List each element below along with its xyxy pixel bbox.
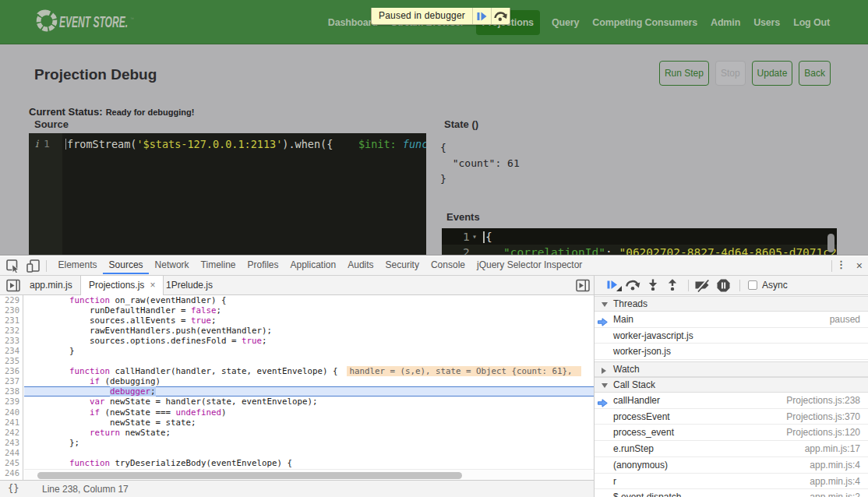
source-code-line: fromStream('$stats-127.0.0.1:2113').when…	[65, 138, 426, 150]
sidebar-row-process-event[interactable]: process_eventProjections.js:120	[595, 425, 868, 441]
step-over-icon	[494, 12, 507, 21]
file-tab-app.min.js[interactable]: app.min.js	[22, 276, 80, 295]
menu-separator	[831, 260, 832, 272]
code-line-229: function on_raw(eventHandler) {	[24, 295, 594, 305]
gutter-line-230[interactable]: 230	[0, 305, 23, 315]
row-label: r	[613, 476, 616, 487]
fold-arrow-icon[interactable]: ▾	[472, 232, 477, 241]
file-tab-bar: app.min.jsProjections.js×1Prelude.js	[0, 276, 594, 295]
navigator-panel-icon[interactable]	[6, 279, 20, 292]
collapse-triangle-icon	[602, 302, 608, 307]
horizontal-scrollbar-track[interactable]	[24, 469, 594, 481]
gutter-line-244[interactable]: 244	[0, 448, 23, 458]
gutter-line-229[interactable]: 229	[0, 295, 23, 305]
devtools-tab-console[interactable]: Console	[425, 256, 471, 274]
section-header-call-stack[interactable]: Call Stack	[595, 377, 868, 393]
async-checkbox[interactable]	[748, 280, 757, 290]
back-button[interactable]: Back	[799, 61, 831, 86]
async-label: Async	[762, 276, 788, 295]
gutter-line-245[interactable]: 245	[0, 458, 23, 468]
nav-item-admin[interactable]: Admin	[711, 15, 740, 30]
devtools-tab-application[interactable]: Application	[284, 256, 342, 274]
line-number-gutter[interactable]: 2292302312322332342352362372382392402412…	[0, 295, 23, 481]
state-section-label: State ()	[444, 118, 478, 130]
nav-item-query[interactable]: Query	[552, 15, 579, 30]
overflow-menu-icon[interactable]: ⋮	[836, 259, 846, 270]
step-over-button[interactable]	[626, 279, 640, 294]
step-into-button[interactable]	[648, 279, 658, 294]
sidebar-row-processevent[interactable]: processEventProjections.js:370	[595, 409, 868, 425]
update-button[interactable]: Update	[752, 61, 793, 86]
sidebar-row-callhandler[interactable]: callHandlerProjections.js:238	[595, 393, 868, 409]
sources-code-pane[interactable]: 2292302312322332342352362372382392402412…	[0, 295, 594, 497]
devtools-tab-timeline[interactable]: Timeline	[195, 256, 242, 274]
events-code-line-2: "correlationId": "06202702-8827-4d64-860…	[503, 246, 837, 255]
resume-script-button[interactable]	[607, 279, 619, 293]
debugger-sidebar: ThreadsMainpausedworker-javascript.jswor…	[594, 295, 868, 497]
debugger-panel-icon[interactable]	[576, 279, 590, 292]
gutter-line-243[interactable]: 243	[0, 438, 23, 448]
devtools-tab-elements[interactable]: Elements	[52, 256, 103, 274]
devtools-tab-network[interactable]: Network	[149, 256, 195, 274]
gutter-line-236[interactable]: 236	[0, 366, 23, 376]
sidebar-row--event-dispatch[interactable]: $.event.dispatchapp.min.js:2	[595, 489, 868, 497]
source-editor-gutter: i 1	[29, 133, 62, 255]
nav-item-competing-consumers[interactable]: Competing Consumers	[592, 15, 697, 30]
gutter-line-232[interactable]: 232	[0, 326, 23, 336]
nav-item-log-out[interactable]: Log Out	[793, 15, 830, 30]
gutter-line-233[interactable]: 233	[0, 336, 23, 346]
deactivate-breakpoints-button[interactable]	[695, 279, 711, 295]
banner-resume-button[interactable]	[472, 8, 491, 24]
paused-in-debugger-banner: Paused in debugger	[371, 8, 510, 25]
devtools-tab-audits[interactable]: Audits	[342, 256, 379, 274]
file-tab-1prelude.js[interactable]: 1Prelude.js	[158, 276, 221, 295]
section-header-threads[interactable]: Threads	[595, 296, 868, 312]
stop-button[interactable]: Stop	[715, 61, 746, 86]
devtools-tab-sources[interactable]: Sources	[103, 256, 149, 274]
gutter-line-239[interactable]: 239	[0, 397, 23, 407]
code-line-241: newState = state;	[24, 418, 594, 428]
gutter-line-240[interactable]: 240	[0, 407, 23, 418]
text-cursor	[65, 139, 66, 150]
sidebar-row-e-runstep[interactable]: e.runStepapp.min.js:17	[595, 441, 868, 457]
source-code-editor[interactable]: i 1 fromStream('$stats-127.0.0.1:2113').…	[29, 133, 426, 255]
events-scrollbar-thumb[interactable]	[827, 234, 834, 252]
source-section-label: Source	[34, 118, 69, 130]
gutter-line-246[interactable]: 246	[0, 468, 23, 478]
nav-item-users[interactable]: Users	[753, 15, 780, 30]
devtools-close-icon[interactable]: ×	[856, 259, 863, 272]
pretty-print-icon[interactable]: {}	[8, 483, 19, 494]
gutter-line-242[interactable]: 242	[0, 428, 23, 438]
run-step-button[interactable]: Run Step	[659, 61, 709, 86]
file-tab-projections.js[interactable]: Projections.js×	[80, 276, 164, 296]
devtools-tab-profiles[interactable]: Profiles	[242, 256, 284, 274]
devtools-tab-jquery-selector-inspector[interactable]: jQuery Selector Inspector	[471, 256, 587, 274]
code-line-233: sources.options.definesFold = true;	[24, 336, 594, 346]
gutter-line-237[interactable]: 237	[0, 376, 23, 386]
event-store-logo[interactable]: EVENT STORE. ™	[36, 9, 153, 34]
sidebar-row--anonymous-[interactable]: (anonymous)app.min.js:4	[595, 457, 868, 474]
horizontal-scrollbar-thumb[interactable]	[37, 472, 462, 479]
step-out-button[interactable]	[668, 279, 677, 294]
gutter-line-231[interactable]: 231	[0, 315, 23, 326]
inspect-icon[interactable]	[6, 259, 20, 273]
banner-step-over-button[interactable]	[491, 8, 510, 24]
sidebar-row-worker-json-js[interactable]: worker-json.js	[595, 344, 868, 360]
gutter-line-241[interactable]: 241	[0, 418, 23, 428]
devtools-tab-security[interactable]: Security	[379, 256, 425, 274]
events-editor[interactable]: 1 2 ▾ { "correlationId": "06202702-8827-…	[442, 228, 837, 255]
sidebar-row-worker-javascript-js[interactable]: worker-javascript.js	[595, 328, 868, 344]
tab-close-icon[interactable]: ×	[150, 280, 155, 291]
file-tab-label: Projections.js	[89, 280, 144, 291]
gutter-line-238[interactable]: 238	[0, 386, 23, 397]
code-line-240: if (newState === undefined)	[24, 407, 594, 418]
sidebar-row-main[interactable]: Mainpaused	[595, 312, 868, 328]
gutter-line-234[interactable]: 234	[0, 346, 23, 356]
code-line-245: function tryDeserializeBody(eventEnvelop…	[24, 458, 594, 468]
gutter-line-235[interactable]: 235	[0, 356, 23, 366]
device-toolbar-icon[interactable]	[26, 259, 41, 273]
section-header-watch[interactable]: Watch	[595, 361, 868, 377]
toolbar-separator	[46, 260, 47, 272]
pause-on-exceptions-button[interactable]	[717, 279, 730, 295]
sidebar-row-r[interactable]: rapp.min.js:4	[595, 474, 868, 490]
